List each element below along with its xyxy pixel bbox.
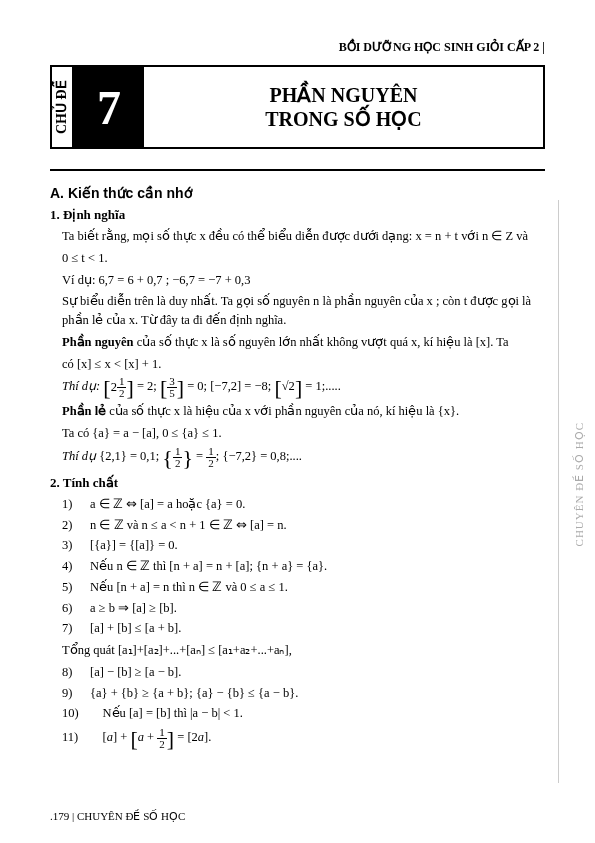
prop-6: 6)a ≥ b ⇒ [a] ≥ [b]. bbox=[62, 599, 545, 618]
prop-8-text: [a] − [b] ≥ [a − b]. bbox=[90, 665, 181, 679]
prop-9-text: {a} + {b} ≥ {a + b}; {a} − {b} ≤ {a − b}… bbox=[90, 686, 298, 700]
prop-7: 7)[a] + [b] ≤ [a + b]. bbox=[62, 619, 545, 638]
para-1-text: Ta biết rằng, mọi số thực x đều có thể b… bbox=[62, 229, 528, 243]
phan-nguyen-bold: Phần nguyên bbox=[62, 335, 134, 349]
prop-1-text: a ∈ ℤ ⇔ [a] = a hoặc {a} = 0. bbox=[90, 497, 245, 511]
para-4-rest: của số thực x là số nguyên lớn nhất khôn… bbox=[134, 335, 509, 349]
chapter-title: PHẦN NGUYÊN TRONG SỐ HỌC bbox=[144, 67, 543, 147]
para-8: Ta có {a} = a − [a], 0 ≤ {a} ≤ 1. bbox=[62, 424, 545, 443]
prop-3-text: [{a}] = {[a]} = 0. bbox=[90, 538, 178, 552]
page-footer: .179 | CHUYÊN ĐỀ SỐ HỌC bbox=[50, 810, 185, 823]
para-9: Thí dụ {2,1} = 0,1; {12} = 12; {−7,2} = … bbox=[62, 446, 545, 469]
property-list-2: 8)[a] − [b] ≥ [a − b]. 9){a} + {b} ≥ {a … bbox=[50, 663, 545, 750]
prop-8: 8)[a] − [b] ≥ [a − b]. bbox=[62, 663, 545, 682]
sub-definition: 1. Định nghĩa bbox=[50, 207, 545, 223]
prop-3: 3)[{a}] = {[a]} = 0. bbox=[62, 536, 545, 555]
prop-11: 11) [a] + [a + 12] = [2a]. bbox=[62, 727, 545, 750]
side-label: CHUYÊN ĐỀ SỐ HỌC bbox=[573, 422, 586, 546]
prop-9: 9){a} + {b} ≥ {a + b}; {a} − {b} ≤ {a − … bbox=[62, 684, 545, 703]
para-2: Ví dụ: 6,7 = 6 + 0,7 ; −6,7 = −7 + 0,3 bbox=[62, 271, 545, 290]
para-6: Thí dụ: [212] = 2; [35] = 0; [−7,2] = −8… bbox=[62, 376, 545, 399]
tong-quat: Tổng quát [a₁]+[a₂]+...+[aₙ] ≤ [a₁+a₂+..… bbox=[62, 641, 545, 660]
prop-5-text: Nếu [n + a] = n thì n ∈ ℤ và 0 ≤ a ≤ 1. bbox=[90, 580, 288, 594]
chapter-box: CHỦ ĐỀ 7 PHẦN NGUYÊN TRONG SỐ HỌC bbox=[50, 65, 545, 149]
para-1: Ta biết rằng, mọi số thực x đều có thể b… bbox=[62, 227, 545, 246]
prop-2: 2)n ∈ ℤ và n ≤ a < n + 1 ∈ ℤ ⇔ [a] = n. bbox=[62, 516, 545, 535]
section-A: A. Kiến thức cần nhớ bbox=[50, 185, 545, 201]
frac-21-2: 212 bbox=[111, 380, 127, 394]
side-rule bbox=[558, 200, 559, 783]
phan-le-bold: Phần lẻ bbox=[62, 404, 106, 418]
para-4: Phần nguyên của số thực x là số nguyên l… bbox=[62, 333, 545, 352]
prop-1: 1)a ∈ ℤ ⇔ [a] = a hoặc {a} = 0. bbox=[62, 495, 545, 514]
prop-10-text: Nếu [a] = [b] thì |a − b| < 1. bbox=[103, 706, 243, 720]
thi-du-2: Thí dụ bbox=[62, 449, 96, 463]
prop-10: 10) Nếu [a] = [b] thì |a − b| < 1. bbox=[62, 704, 545, 723]
chude-label: CHỦ ĐỀ bbox=[52, 67, 74, 147]
chapter-number: 7 bbox=[74, 67, 144, 147]
thi-du-1: Thí dụ: bbox=[62, 380, 100, 394]
prop-7-text: [a] + [b] ≤ [a + b]. bbox=[90, 621, 181, 635]
frac-1-2b: 12 bbox=[206, 446, 216, 469]
para-7: Phần lẻ của số thực x là hiệu của x với … bbox=[62, 402, 545, 421]
frac-3-5: 35 bbox=[167, 376, 177, 399]
para-5: có [x] ≤ x < [x] + 1. bbox=[62, 355, 545, 374]
prop-6-text: a ≥ b ⇒ [a] ≥ [b]. bbox=[90, 601, 177, 615]
title-line-1: PHẦN NGUYÊN bbox=[270, 83, 418, 107]
divider bbox=[50, 169, 545, 171]
sub-properties: 2. Tính chất bbox=[50, 475, 545, 491]
prop-5: 5)Nếu [n + a] = n thì n ∈ ℤ và 0 ≤ a ≤ 1… bbox=[62, 578, 545, 597]
page-header: BỒI DƯỠNG HỌC SINH GIỎI CẤP 2 | bbox=[50, 40, 545, 55]
prop-4: 4)Nếu n ∈ ℤ thì [n + a] = n + [a]; {n + … bbox=[62, 557, 545, 576]
para-7-rest: của số thực x là hiệu của x với phần ngu… bbox=[106, 404, 459, 418]
frac-1-2a: 12 bbox=[173, 446, 183, 469]
prop-4-text: Nếu n ∈ ℤ thì [n + a] = n + [a]; {n + a}… bbox=[90, 559, 327, 573]
para-3: Sự biểu diễn trên là duy nhất. Ta gọi số… bbox=[62, 292, 545, 330]
property-list: 1)a ∈ ℤ ⇔ [a] = a hoặc {a} = 0. 2)n ∈ ℤ … bbox=[50, 495, 545, 638]
para-1b: 0 ≤ t < 1. bbox=[62, 249, 545, 268]
prop-2-text: n ∈ ℤ và n ≤ a < n + 1 ∈ ℤ ⇔ [a] = n. bbox=[90, 518, 287, 532]
frac-1-2c: 12 bbox=[157, 727, 167, 750]
title-line-2: TRONG SỐ HỌC bbox=[265, 107, 421, 131]
